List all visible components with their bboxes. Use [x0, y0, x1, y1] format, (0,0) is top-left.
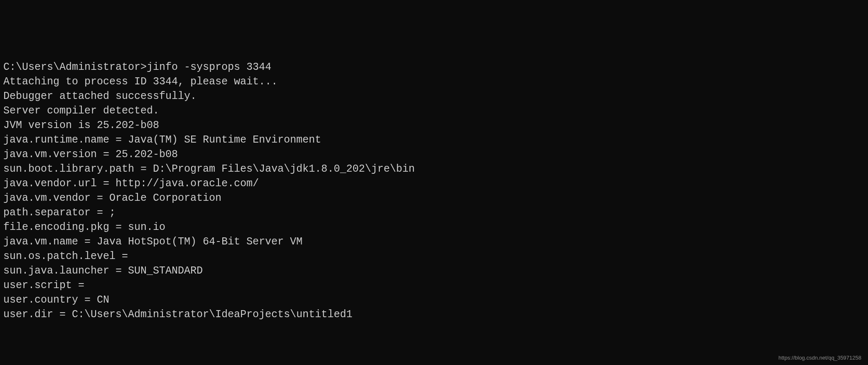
command-line: C:\Users\Administrator>jinfo -sysprops 3… [3, 60, 865, 74]
output-line: Attaching to process ID 3344, please wai… [3, 74, 865, 89]
terminal-output[interactable]: C:\Users\Administrator>jinfo -sysprops 3… [3, 60, 865, 322]
output-line: sun.boot.library.path = D:\Program Files… [3, 162, 865, 176]
output-line: java.vm.vendor = Oracle Corporation [3, 191, 865, 205]
prompt: C:\Users\Administrator> [3, 61, 147, 73]
output-line: user.country = CN [3, 293, 865, 307]
output-line: java.vendor.url = http://java.oracle.com… [3, 176, 865, 191]
output-line: java.runtime.name = Java(TM) SE Runtime … [3, 133, 865, 147]
command: jinfo -sysprops 3344 [147, 61, 271, 73]
output-line: sun.java.launcher = SUN_STANDARD [3, 264, 865, 278]
output-line: Debugger attached successfully. [3, 89, 865, 104]
watermark: https://blog.csdn.net/qq_35971258 [779, 354, 862, 362]
output-line: JVM version is 25.202-b08 [3, 118, 865, 133]
output-line: user.script = [3, 278, 865, 293]
output-line: sun.os.patch.level = [3, 249, 865, 264]
output-line: file.encoding.pkg = sun.io [3, 220, 865, 234]
output-line: Server compiler detected. [3, 104, 865, 118]
output-line: path.separator = ; [3, 205, 865, 220]
output-line: java.vm.version = 25.202-b08 [3, 147, 865, 162]
output-line: user.dir = C:\Users\Administrator\IdeaPr… [3, 307, 865, 322]
output-line: java.vm.name = Java HotSpot(TM) 64-Bit S… [3, 234, 865, 249]
